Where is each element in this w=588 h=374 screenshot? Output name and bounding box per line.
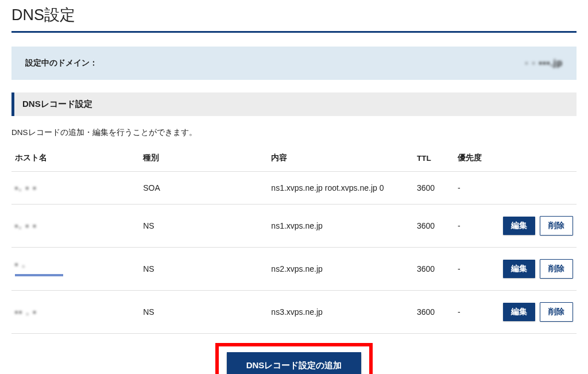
cell-type: NS (140, 248, 268, 291)
section-header: DNSレコード設定 (11, 92, 577, 116)
domain-label: 設定中のドメイン： (25, 58, 98, 68)
cell-actions (489, 172, 577, 205)
table-row: ▪. ▪ ▪SOAns1.xvps.ne.jp root.xvps.ne.jp … (11, 172, 577, 205)
th-actions (489, 148, 577, 172)
delete-button[interactable]: 削除 (540, 259, 573, 279)
cell-actions: 編集削除 (489, 205, 577, 248)
th-host: ホスト名 (11, 148, 140, 172)
add-record-button[interactable]: DNSレコード設定の追加 (227, 352, 362, 374)
domain-value: ◦ ◦ ▪▪▪.jp (525, 58, 563, 68)
edit-button[interactable]: 編集 (503, 303, 535, 321)
delete-button[interactable]: 削除 (540, 302, 573, 322)
domain-bar: 設定中のドメイン： ◦ ◦ ▪▪▪.jp (11, 47, 577, 80)
th-content: 内容 (268, 148, 413, 172)
table-row: ▪ .NSns2.xvps.ne.jp3600-編集削除 (11, 248, 577, 291)
cell-ttl: 3600 (413, 172, 454, 205)
cell-actions: 編集削除 (489, 291, 577, 334)
row-accent (15, 274, 63, 276)
cell-priority: - (454, 205, 489, 248)
section-description: DNSレコードの追加・編集を行うことができます。 (11, 128, 577, 138)
cell-ttl: 3600 (413, 205, 454, 248)
cell-content: ns1.xvps.ne.jp (268, 205, 413, 248)
cell-host: ▪. ▪ ▪ (11, 205, 140, 248)
cell-host: ▪▪ . ▪ (11, 291, 140, 334)
table-row: ▪. ▪ ▪NSns1.xvps.ne.jp3600-編集削除 (11, 205, 577, 248)
cell-ttl: 3600 (413, 248, 454, 291)
th-type: 種別 (140, 148, 268, 172)
cell-type: NS (140, 205, 268, 248)
add-highlight-frame: DNSレコード設定の追加 (215, 343, 373, 374)
edit-button[interactable]: 編集 (503, 217, 535, 235)
cell-type: SOA (140, 172, 268, 205)
cell-content: ns1.xvps.ne.jp root.xvps.ne.jp 0 (268, 172, 413, 205)
records-table: ホスト名 種別 内容 TTL 優先度 ▪. ▪ ▪SOAns1.xvps.ne.… (11, 148, 577, 334)
page-title: DNS設定 (11, 2, 577, 33)
edit-button[interactable]: 編集 (503, 260, 535, 278)
cell-priority: - (454, 291, 489, 334)
delete-button[interactable]: 削除 (540, 216, 573, 236)
th-ttl: TTL (413, 148, 454, 172)
cell-type: NS (140, 291, 268, 334)
cell-priority: - (454, 248, 489, 291)
table-row: ▪▪ . ▪NSns3.xvps.ne.jp3600-編集削除 (11, 291, 577, 334)
cell-host: ▪ . (11, 248, 140, 291)
th-priority: 優先度 (454, 148, 489, 172)
cell-priority: - (454, 172, 489, 205)
cell-ttl: 3600 (413, 291, 454, 334)
cell-host: ▪. ▪ ▪ (11, 172, 140, 205)
cell-content: ns2.xvps.ne.jp (268, 248, 413, 291)
cell-content: ns3.xvps.ne.jp (268, 291, 413, 334)
cell-actions: 編集削除 (489, 248, 577, 291)
